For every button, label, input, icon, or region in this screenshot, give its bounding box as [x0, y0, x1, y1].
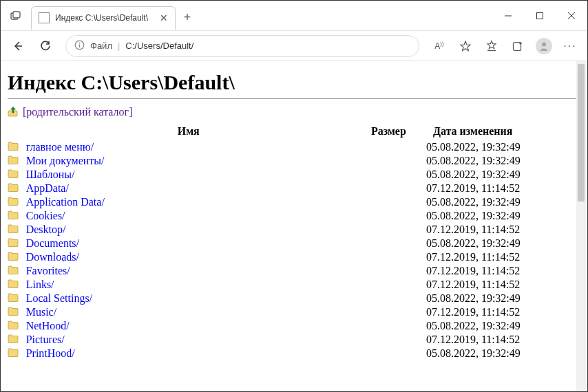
collections-button[interactable] [506, 34, 529, 58]
size-cell [351, 209, 426, 223]
directory-link[interactable]: Шаблоны/ [26, 168, 75, 180]
directory-link[interactable]: Cookies/ [26, 210, 65, 221]
folder-icon [8, 333, 26, 347]
directory-link[interactable]: Мои документы/ [26, 155, 105, 166]
directory-link[interactable]: Application Data/ [26, 196, 105, 208]
maximize-button[interactable] [524, 1, 556, 31]
folder-icon [8, 319, 26, 333]
read-aloud-button[interactable]: A)) [428, 34, 451, 58]
size-cell [351, 278, 426, 292]
directory-link[interactable]: Desktop/ [26, 224, 66, 235]
date-cell: 05.08.2022, 19:32:49 [426, 347, 568, 360]
size-cell [351, 250, 426, 264]
collections-icon [512, 40, 524, 52]
more-button[interactable]: ··· [558, 34, 582, 58]
parent-directory-row: [родительский каталог] [8, 106, 580, 118]
directory-link[interactable]: Music/ [26, 306, 56, 318]
size-cell [351, 223, 426, 237]
date-cell: 05.08.2022, 19:32:49 [426, 209, 568, 223]
directory-link[interactable]: Links/ [26, 279, 54, 290]
directory-link[interactable]: NetHood/ [26, 320, 70, 331]
directory-link[interactable]: Local Settings/ [26, 292, 92, 304]
tab-title: Индекс C:\Users\Default\ [55, 13, 153, 23]
title-divider [8, 98, 580, 99]
profile-button[interactable] [532, 34, 556, 58]
size-cell [351, 195, 426, 209]
folder-icon [8, 140, 26, 154]
folder-icon [8, 168, 26, 182]
date-cell: 05.08.2022, 19:32:49 [426, 168, 568, 182]
info-icon [74, 40, 85, 52]
directory-link[interactable]: Documents/ [26, 237, 79, 249]
date-cell: 07.12.2019, 11:14:52 [426, 250, 568, 264]
star-lines-icon [485, 40, 498, 52]
folder-icon [8, 292, 26, 305]
column-header-date: Дата изменения [426, 125, 568, 140]
size-cell [351, 237, 426, 250]
date-cell: 05.08.2022, 19:32:49 [426, 195, 568, 209]
date-cell: 05.08.2022, 19:32:49 [426, 319, 568, 333]
date-cell: 05.08.2022, 19:32:49 [426, 154, 568, 168]
minimize-button[interactable] [492, 1, 524, 31]
directory-link[interactable]: Pictures/ [26, 334, 65, 345]
close-window-button[interactable] [556, 1, 587, 31]
date-cell: 07.12.2019, 11:14:52 [426, 305, 568, 319]
table-row: AppData/07.12.2019, 11:14:52 [8, 182, 568, 195]
folder-icon [8, 223, 26, 237]
toolbar-right: A)) ··· [428, 34, 582, 58]
directory-link[interactable]: PrintHood/ [26, 347, 75, 359]
table-row: Favorites/07.12.2019, 11:14:52 [8, 264, 568, 278]
titlebar: Индекс C:\Users\Default\ ✕ + [1, 1, 587, 31]
folder-icon [8, 347, 26, 360]
svg-point-14 [542, 42, 546, 46]
size-cell [351, 154, 426, 168]
column-header-name: Имя [26, 125, 351, 140]
directory-link[interactable]: AppData/ [26, 182, 69, 194]
page-title: Индекс C:\Users\Default\ [8, 71, 580, 94]
table-row: PrintHood/05.08.2022, 19:32:49 [8, 347, 568, 360]
favorites-list-button[interactable] [480, 34, 503, 58]
scrollbar[interactable] [576, 61, 586, 392]
refresh-button[interactable] [34, 34, 57, 58]
tab-actions-button[interactable] [1, 1, 31, 31]
new-tab-button[interactable]: + [176, 6, 199, 30]
table-row: Cookies/05.08.2022, 19:32:49 [8, 209, 568, 223]
avatar-icon [536, 38, 552, 54]
folder-icon [8, 278, 26, 292]
date-cell: 07.12.2019, 11:14:52 [426, 182, 568, 195]
folder-icon [8, 154, 26, 168]
table-row: Music/07.12.2019, 11:14:52 [8, 305, 568, 319]
toolbar: Файл | C:/Users/Default/ A)) ··· [1, 31, 587, 61]
size-cell [351, 140, 426, 154]
directory-link[interactable]: Favorites/ [26, 265, 70, 276]
table-row: главное меню/05.08.2022, 19:32:49 [8, 140, 568, 154]
size-cell [351, 305, 426, 319]
back-button[interactable] [6, 34, 30, 58]
directory-link[interactable]: главное меню/ [26, 141, 94, 153]
browser-tab[interactable]: Индекс C:\Users\Default\ ✕ [31, 6, 176, 30]
date-cell: 07.12.2019, 11:14:52 [426, 264, 568, 278]
folder-icon [8, 195, 26, 209]
address-scheme-label: Файл [90, 41, 112, 51]
table-row: Шаблоны/05.08.2022, 19:32:49 [8, 168, 568, 182]
folder-icon [8, 250, 26, 264]
size-cell [351, 182, 426, 195]
svg-rect-3 [537, 12, 543, 19]
parent-directory-link[interactable]: [родительский каталог] [23, 106, 132, 118]
table-row: Documents/05.08.2022, 19:32:49 [8, 237, 568, 250]
refresh-icon [39, 40, 52, 52]
date-cell: 07.12.2019, 11:14:52 [426, 223, 568, 237]
size-cell [351, 319, 426, 333]
file-favicon-icon [39, 12, 50, 23]
address-separator: | [118, 41, 120, 51]
window-controls [492, 1, 587, 31]
scrollbar-thumb[interactable] [578, 64, 585, 202]
favorites-button[interactable] [454, 34, 477, 58]
table-row: NetHood/05.08.2022, 19:32:49 [8, 319, 568, 333]
size-cell [351, 333, 426, 347]
size-cell [351, 347, 426, 360]
close-tab-button[interactable]: ✕ [160, 12, 168, 23]
directory-link[interactable]: Downloads/ [26, 251, 79, 263]
address-bar[interactable]: Файл | C:/Users/Default/ [65, 35, 419, 57]
date-cell: 05.08.2022, 19:32:49 [426, 292, 568, 305]
